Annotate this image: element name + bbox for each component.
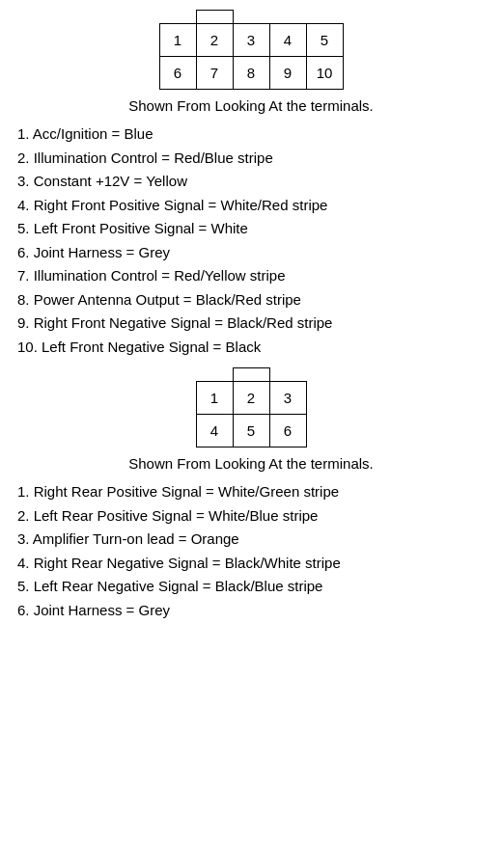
section1-pin-list: 1. Acc/Ignition = Blue 2. Illumination C… <box>10 123 492 358</box>
pin-cell: 4 <box>269 24 306 57</box>
pin-cell: 10 <box>306 57 343 90</box>
list-item: 8. Power Antenna Output = Black/Red stri… <box>17 289 485 312</box>
list-item: 9. Right Front Negative Signal = Black/R… <box>17 312 485 335</box>
section-2: 1 2 3 4 5 6 Shown From Looking At the te… <box>10 367 492 621</box>
list-item: 6. Joint Harness = Grey <box>17 600 485 622</box>
table-row: 1 2 3 <box>196 382 306 415</box>
section2-pin-list: 1. Right Rear Positive Signal = White/Gr… <box>10 481 492 621</box>
list-item: 2. Left Rear Positive Signal = White/Blu… <box>17 505 485 528</box>
table-row: 6 7 8 9 10 <box>159 57 343 90</box>
section1-caption: Shown From Looking At the terminals. <box>10 95 492 116</box>
list-item: 2. Illumination Control = Red/Blue strip… <box>17 148 485 170</box>
section2-caption: Shown From Looking At the terminals. <box>10 453 492 474</box>
list-item: 1. Acc/Ignition = Blue <box>17 123 485 146</box>
list-item: 7. Illumination Control = Red/Yellow str… <box>17 265 485 287</box>
list-item: 5. Left Rear Negative Signal = Black/Blu… <box>17 576 485 598</box>
pin-cell: 2 <box>196 24 233 57</box>
list-item: 3. Constant +12V = Yellow <box>17 171 485 193</box>
connector-table-10pin: 1 2 3 4 5 6 7 8 9 10 <box>159 10 344 90</box>
list-item: 5. Left Front Positive Signal = White <box>17 218 485 240</box>
table-row: 4 5 6 <box>196 415 306 448</box>
list-item: 4. Right Rear Negative Signal = Black/Wh… <box>17 553 485 575</box>
pin-cell: 6 <box>269 415 306 448</box>
list-item: 6. Joint Harness = Grey <box>17 242 485 264</box>
pin-cell: 6 <box>159 57 196 90</box>
list-item: 3. Amplifier Turn-on lead = Orange <box>17 529 485 551</box>
pin-cell: 9 <box>269 57 306 90</box>
pin-cell: 7 <box>196 57 233 90</box>
pin-cell: 2 <box>233 382 269 415</box>
pin-cell: 3 <box>269 382 306 415</box>
table-row: 1 2 3 4 5 <box>159 24 343 57</box>
pin-cell: 5 <box>306 24 343 57</box>
pin-cell: 1 <box>159 24 196 57</box>
pin-cell: 8 <box>233 57 269 90</box>
pin-cell: 3 <box>233 24 269 57</box>
section-1: 1 2 3 4 5 6 7 8 9 10 Shown From Looking … <box>10 10 492 358</box>
pin-cell: 5 <box>233 415 269 448</box>
pin-cell: 4 <box>196 415 233 448</box>
list-item: 10. Left Front Negative Signal = Black <box>17 337 485 359</box>
pin-cell: 1 <box>196 382 233 415</box>
list-item: 4. Right Front Positive Signal = White/R… <box>17 195 485 217</box>
connector-table-6pin: 1 2 3 4 5 6 <box>196 367 307 448</box>
list-item: 1. Right Rear Positive Signal = White/Gr… <box>17 481 485 503</box>
